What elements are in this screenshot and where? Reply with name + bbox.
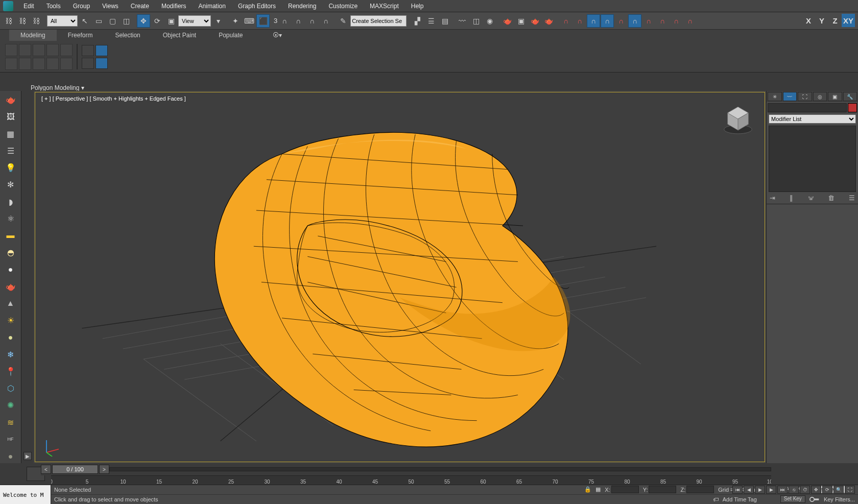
material-editor-icon[interactable]: ◉ xyxy=(483,14,496,28)
utilities-tab-icon[interactable]: 🔧 xyxy=(843,92,857,101)
grid-icon[interactable]: ▦ xyxy=(4,127,18,140)
menu-maxscript[interactable]: MAXScript xyxy=(364,0,405,12)
add-time-tag-button[interactable]: Add Time Tag xyxy=(723,496,757,502)
sun-icon[interactable]: ☀ xyxy=(4,314,18,327)
spinner-snap-icon[interactable]: ∩ xyxy=(305,14,319,28)
physics-icon[interactable]: ⚛ xyxy=(4,212,18,226)
z-input[interactable] xyxy=(686,486,714,493)
ribbon-toggle-c[interactable] xyxy=(82,58,94,69)
rendered-frame-icon[interactable]: ▣ xyxy=(514,14,528,28)
next-frame-icon[interactable]: ▶ xyxy=(766,486,776,494)
unlink-icon[interactable]: ⛓ xyxy=(16,14,29,28)
tab-selection[interactable]: Selection xyxy=(104,30,151,41)
nav-4-icon[interactable]: ⛶ xyxy=(845,486,855,494)
ribbon-toggle-d[interactable] xyxy=(96,58,108,69)
ribbon-btn-8[interactable] xyxy=(33,58,45,70)
viewcube-icon[interactable] xyxy=(721,102,755,136)
light-icon[interactable]: 💡 xyxy=(4,161,18,175)
select-move-icon[interactable]: ✥ xyxy=(137,14,150,28)
ball-icon[interactable]: ● xyxy=(4,330,18,344)
keyboard-shortcut-icon[interactable]: ⌨ xyxy=(243,14,256,28)
ribbon-toggle-icon[interactable]: ⦿▾ xyxy=(270,30,285,41)
modifier-list-dropdown[interactable]: Modifier List xyxy=(769,114,856,124)
show-end-result-icon[interactable]: ‖ xyxy=(790,194,793,203)
snap-c-icon[interactable]: ∩ xyxy=(628,14,641,28)
rect-select-icon[interactable]: ▢ xyxy=(106,14,119,28)
schematic-icon[interactable]: ◫ xyxy=(469,14,483,28)
image-icon[interactable]: 🖼 xyxy=(4,110,18,124)
snap-d-icon[interactable]: ∩ xyxy=(642,14,655,28)
timeslider-next-icon[interactable]: > xyxy=(99,465,109,474)
axis-y-button[interactable]: Y xyxy=(815,14,828,27)
sphere-icon[interactable]: ● xyxy=(4,262,18,276)
pin-icon[interactable]: 📍 xyxy=(4,365,18,378)
ribbon-btn-10[interactable] xyxy=(60,58,73,70)
snap-toggle-icon[interactable]: ⬛ xyxy=(256,14,270,28)
play-icon[interactable]: ▶ xyxy=(755,486,765,494)
key-icon[interactable] xyxy=(809,496,820,503)
ribbon-btn-2[interactable] xyxy=(19,44,31,56)
named-selection-input[interactable] xyxy=(350,15,407,27)
tab-freeform[interactable]: Freeform xyxy=(57,30,104,41)
display-tab-icon[interactable]: ▣ xyxy=(828,92,842,101)
tab-object-paint[interactable]: Object Paint xyxy=(152,30,207,41)
named-sel-icon[interactable]: ✎ xyxy=(337,14,350,28)
object-color-swatch[interactable] xyxy=(848,103,857,112)
axis-xy-button[interactable]: XY xyxy=(842,14,855,27)
prev-frame-icon[interactable]: ◀ xyxy=(744,486,754,494)
render-icon[interactable]: 🫖 xyxy=(528,14,541,28)
grass-icon[interactable]: ≋ xyxy=(4,415,18,429)
snap-a-icon[interactable]: ∩ xyxy=(601,14,614,28)
time-slider[interactable]: < 0 / 100 > xyxy=(41,463,771,475)
snap-g-icon[interactable]: ∩ xyxy=(683,14,697,28)
percent-snap-icon[interactable]: ∩ xyxy=(292,14,305,28)
manipulate-icon[interactable]: ✦ xyxy=(229,14,242,28)
layers-icon[interactable]: ☰ xyxy=(4,144,18,158)
mirror-icon[interactable]: ▞ xyxy=(411,14,424,28)
ribbon-btn-6[interactable] xyxy=(5,58,17,70)
ribbon-btn-7[interactable] xyxy=(19,58,31,70)
modifier-stack[interactable] xyxy=(769,126,856,192)
render-preset-icon[interactable]: 🫖 xyxy=(542,14,555,28)
maxscript-listener[interactable]: Welcome to M xyxy=(0,485,51,504)
menu-rendering[interactable]: Rendering xyxy=(282,0,322,12)
render-setup-icon[interactable]: 🫖 xyxy=(500,14,514,28)
angle-snap-icon[interactable]: ∩ xyxy=(278,14,291,28)
lock-icon[interactable]: 🔒 xyxy=(584,486,591,493)
menu-animation[interactable]: Animation xyxy=(193,0,232,12)
hf-icon[interactable]: HF xyxy=(4,433,18,446)
time-ruler[interactable]: 0510152025303540455055606570758085909510… xyxy=(51,475,771,485)
curve-editor-icon[interactable]: 〰 xyxy=(456,14,469,28)
remove-mod-icon[interactable]: 🗑 xyxy=(828,194,835,203)
y-input[interactable] xyxy=(649,486,676,493)
select-rotate-icon[interactable]: ⟳ xyxy=(151,14,164,28)
menu-customize[interactable]: Customize xyxy=(322,0,364,12)
motion-tab-icon[interactable]: ◎ xyxy=(813,92,827,101)
timeslider-track[interactable] xyxy=(109,467,771,471)
menu-group[interactable]: Group xyxy=(67,0,96,12)
tag-icon[interactable]: 🏷 xyxy=(713,496,719,502)
set-key-button[interactable]: Set Key xyxy=(780,495,805,503)
link-icon[interactable]: ⛓ xyxy=(2,14,15,28)
select-object-icon[interactable]: ↖ xyxy=(78,14,91,28)
menu-views[interactable]: Views xyxy=(96,0,125,12)
burst-icon[interactable]: ✺ xyxy=(4,398,18,412)
rock-icon[interactable]: ● xyxy=(4,449,18,463)
snow-icon[interactable]: ❄ xyxy=(4,348,18,362)
menu-help[interactable]: Help xyxy=(405,0,430,12)
make-unique-icon[interactable]: ⩖ xyxy=(807,194,814,203)
align-icon[interactable]: ☰ xyxy=(424,14,438,28)
timeslider-prev-icon[interactable]: < xyxy=(41,465,51,474)
tab-modeling[interactable]: Modeling xyxy=(9,30,57,41)
snap-x-icon[interactable]: ∩ xyxy=(559,14,573,28)
layers-icon[interactable]: ▤ xyxy=(438,14,451,28)
edged-snap-icon[interactable]: ∩ xyxy=(319,14,332,28)
goto-end-icon[interactable]: ⏭ xyxy=(777,486,788,494)
pivot-icon[interactable]: ▾ xyxy=(211,14,225,28)
cone-icon[interactable]: ▲ xyxy=(4,297,18,310)
selection-filter-dropdown[interactable]: All xyxy=(47,15,78,27)
ribbon-btn-4[interactable] xyxy=(46,44,59,56)
axis-z-button[interactable]: Z xyxy=(828,14,842,27)
snap-y-icon[interactable]: ∩ xyxy=(573,14,586,28)
ribbon-toggle-a[interactable] xyxy=(82,45,94,56)
